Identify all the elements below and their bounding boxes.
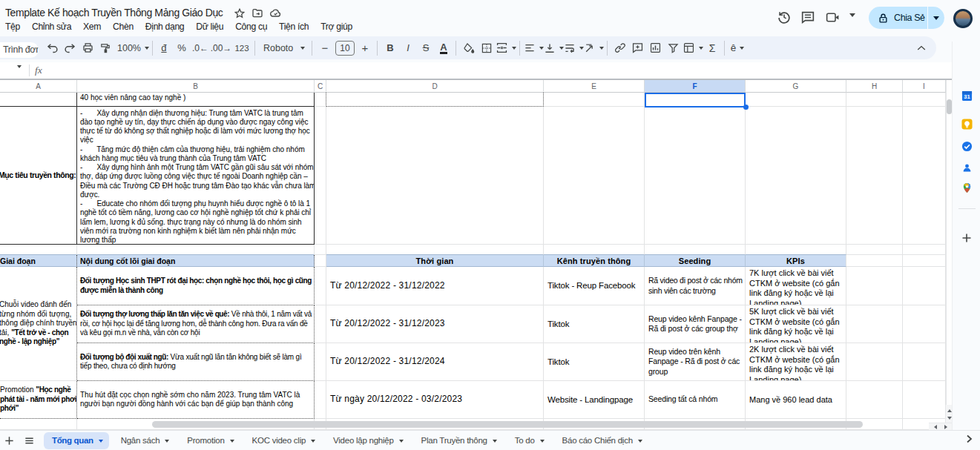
cell-G-3[interactable] — [746, 245, 846, 255]
toolbar-menus-pill[interactable]: Trình đơn — [0, 42, 39, 58]
cell-A-9[interactable] — [0, 419, 77, 430]
merge-cells-icon[interactable] — [496, 39, 516, 57]
menu-file[interactable]: Tệp — [0, 20, 26, 34]
cell-D-1[interactable] — [326, 93, 544, 107]
comment-history-icon[interactable] — [800, 9, 816, 25]
cell-C-6[interactable] — [315, 305, 326, 343]
cell-G-4[interactable]: KPIs — [746, 255, 846, 267]
cell-F-5[interactable]: Rã video đi post ở các nhóm sinh viên cá… — [645, 267, 746, 305]
get-addons-icon[interactable] — [961, 232, 973, 244]
menu-format[interactable]: Định dạng — [139, 20, 190, 34]
cell-H-6[interactable] — [846, 305, 903, 343]
text-rotation-icon[interactable] — [584, 39, 604, 57]
zoom-control[interactable]: 100% — [117, 39, 149, 57]
input-tools-icon[interactable]: ê — [729, 39, 746, 57]
vertical-align-icon[interactable] — [544, 39, 564, 57]
cell-H-2[interactable] — [846, 107, 903, 245]
cell-A-8[interactable]: Promotion "Học nghề phát tài - năm mới p… — [0, 381, 77, 419]
column-header-A[interactable]: A — [0, 80, 77, 93]
star-icon[interactable] — [234, 7, 246, 19]
cell-I-2[interactable] — [903, 107, 946, 245]
cell-H-1[interactable] — [846, 93, 903, 107]
scroll-up-arrow[interactable] — [947, 407, 952, 412]
text-wrap-icon[interactable] — [564, 39, 584, 57]
format-percent-icon[interactable]: % — [173, 39, 191, 57]
paint-format-icon[interactable] — [96, 39, 114, 57]
maps-icon[interactable] — [961, 182, 973, 193]
sheet-tab-menu-caret[interactable] — [540, 440, 545, 445]
print-icon[interactable] — [79, 39, 96, 57]
selection-fill-handle[interactable] — [743, 105, 749, 110]
cell-B-8[interactable]: Thu hút đặt cọc chọn nghề sớm cho năm 20… — [77, 381, 315, 419]
cell-E-7[interactable]: Tiktok — [544, 343, 645, 381]
formula-bar[interactable]: fx — [0, 62, 952, 79]
vertical-scrollbar-track[interactable] — [946, 80, 952, 411]
cloud-saved-icon[interactable] — [269, 7, 283, 19]
cell-A-3[interactable] — [0, 245, 77, 255]
all-sheets-icon[interactable] — [20, 431, 38, 449]
sheet-tab-7[interactable]: To do — [507, 432, 550, 449]
meet-video-icon[interactable] — [825, 10, 841, 26]
column-header-F[interactable]: F — [645, 80, 746, 93]
sheet-tab-menu-caret[interactable] — [493, 440, 497, 445]
horizontal-align-icon[interactable] — [524, 39, 544, 57]
menu-data[interactable]: Dữ liệu — [190, 20, 229, 34]
cell-C-8[interactable] — [315, 381, 326, 419]
cell-E-3[interactable] — [544, 245, 645, 255]
menu-view[interactable]: Xem — [77, 20, 107, 34]
cell-C-5[interactable] — [315, 267, 326, 305]
spreadsheet-grid[interactable]: ABCDEFGHI40 học viên nâng cao tay nghề )… — [0, 79, 952, 430]
sheet-tab-4[interactable]: KOC video clip — [244, 432, 322, 449]
sheet-tab-menu-caret[interactable] — [230, 440, 234, 445]
active-cell-selection[interactable] — [645, 93, 746, 107]
cell-D-8[interactable]: Từ ngày 20/12/2022 - 03/2/2023 — [326, 381, 544, 419]
cell-F-8[interactable]: Seeding tất cả nhóm — [645, 381, 746, 419]
cell-G-8[interactable]: Mang về 960 lead data — [746, 381, 846, 419]
cell-G-7[interactable]: 2K lượt click về bài viết CTKM ở website… — [746, 343, 846, 381]
horizontal-scrollbar-thumb[interactable] — [152, 421, 863, 428]
cell-G-6[interactable]: 5K lượt click về bài viết CTKM ở website… — [746, 305, 846, 343]
account-avatar[interactable] — [953, 9, 973, 28]
cell-H-4[interactable] — [846, 255, 903, 267]
cell-I-8[interactable] — [903, 381, 946, 419]
undo-icon[interactable] — [43, 39, 61, 57]
calendar-icon[interactable]: 31 — [961, 90, 973, 102]
horizontal-scroll-buttons[interactable] — [929, 423, 952, 430]
cell-C-4[interactable] — [315, 255, 326, 267]
cell-E-1[interactable] — [544, 93, 645, 107]
cell-A-2[interactable]: Mục tiêu truyền thông: — [0, 107, 77, 245]
column-header-D[interactable]: D — [326, 80, 544, 93]
cell-I-7[interactable] — [903, 343, 946, 381]
borders-icon[interactable] — [478, 39, 496, 57]
cell-D-2[interactable] — [326, 107, 544, 245]
share-button-main[interactable]: Chia Sẻ — [869, 13, 927, 24]
insert-link-icon[interactable] — [611, 39, 629, 57]
hide-toolbar-icon[interactable] — [912, 39, 930, 57]
text-color-icon[interactable]: A — [435, 39, 453, 57]
cell-G-1[interactable] — [746, 93, 846, 107]
cell-I-4[interactable] — [903, 255, 946, 267]
column-header-C[interactable]: C — [315, 80, 326, 93]
vertical-scroll-buttons[interactable] — [945, 405, 952, 423]
fill-color-icon[interactable] — [460, 39, 478, 57]
cell-B-1[interactable]: 40 học viên nâng cao tay nghề ) — [77, 93, 315, 107]
move-folder-icon[interactable] — [251, 7, 263, 19]
cell-E-2[interactable] — [544, 107, 645, 245]
sheet-tab-6[interactable]: Plan Truyền thông — [413, 432, 503, 449]
cell-D-3[interactable] — [326, 245, 544, 255]
cell-F-4[interactable]: Seeding — [645, 255, 746, 267]
cell-B-3[interactable] — [77, 245, 315, 255]
cell-C-3[interactable] — [315, 245, 326, 255]
share-button[interactable]: Chia Sẻ — [869, 7, 944, 29]
increase-font-size-icon[interactable]: + — [356, 39, 374, 57]
font-size-value[interactable]: 10 — [335, 41, 355, 56]
menu-edit[interactable]: Chỉnh sửa — [26, 20, 77, 34]
more-formats-icon[interactable]: 123 — [232, 39, 251, 57]
cell-D-4[interactable]: Thời gian — [326, 255, 544, 267]
sheet-tab-5[interactable]: Video lập nghiệp — [325, 432, 409, 449]
cell-I-1[interactable] — [903, 93, 946, 107]
column-header-E[interactable]: E — [544, 80, 645, 93]
cell-D-6[interactable]: Từ 20/12/2022 - 31/12/2023 — [326, 305, 544, 343]
cell-G-5[interactable]: 7K lượt click về bài viết CTKM ở website… — [746, 267, 846, 305]
sheet-tab-2[interactable]: Ngân sách — [113, 432, 176, 449]
